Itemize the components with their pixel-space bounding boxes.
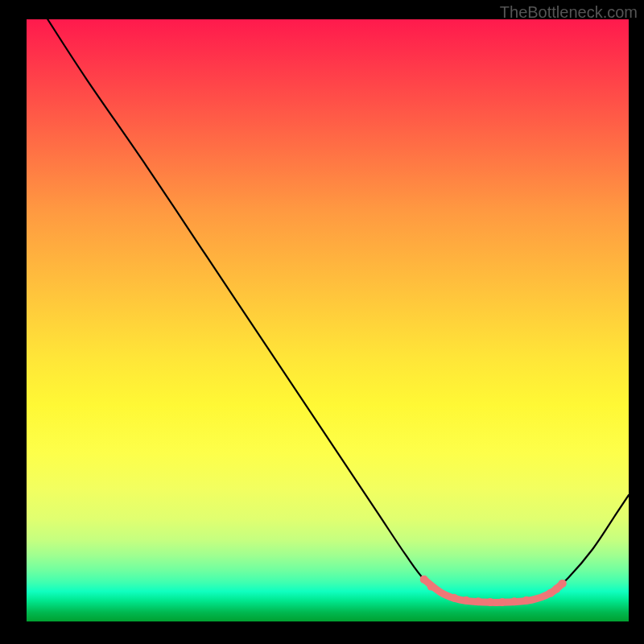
chart-container: TheBottleneck.com — [0, 0, 644, 644]
chart-svg — [27, 19, 629, 621]
svg-point-3 — [462, 597, 470, 605]
svg-point-4 — [474, 597, 482, 605]
highlight-band — [424, 580, 563, 603]
svg-point-2 — [450, 594, 458, 602]
svg-point-10 — [552, 585, 560, 593]
curve-line — [47, 19, 629, 602]
watermark-text: TheBottleneck.com — [500, 3, 638, 22]
svg-point-8 — [522, 597, 530, 605]
svg-point-7 — [510, 597, 518, 605]
svg-point-5 — [486, 598, 494, 606]
svg-point-0 — [420, 576, 428, 584]
svg-point-11 — [559, 580, 567, 588]
svg-point-6 — [498, 598, 506, 606]
svg-point-1 — [427, 583, 436, 591]
plot-area — [27, 19, 629, 621]
